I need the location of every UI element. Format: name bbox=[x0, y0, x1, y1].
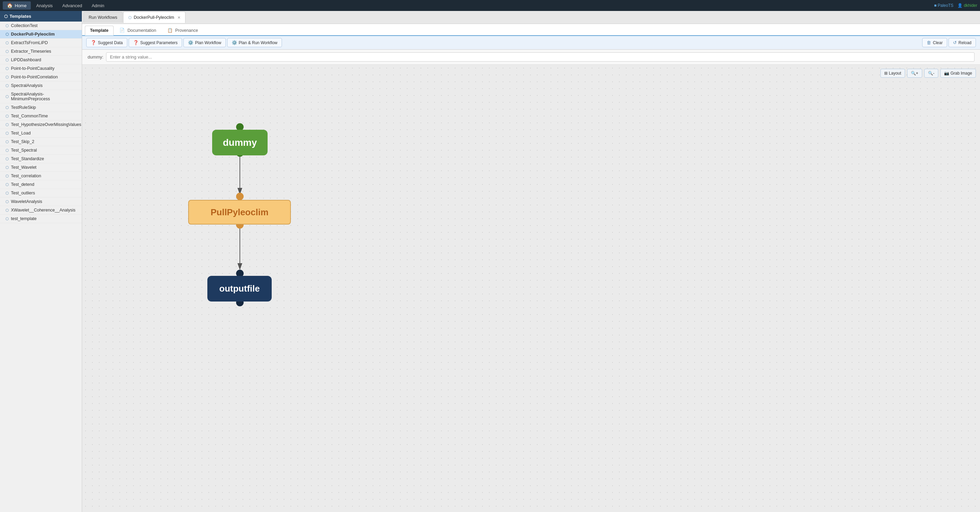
sidebar-item-label: Test_CommonTime bbox=[11, 114, 48, 118]
user-label: 👤 dkhider bbox=[958, 3, 977, 8]
suggest-params-button[interactable]: ❓ Suggest Parameters bbox=[129, 38, 182, 47]
sidebar-item[interactable]: ⬡test_template bbox=[0, 215, 82, 223]
zoom-out-button[interactable]: 🔍- bbox=[924, 69, 938, 78]
template-icon: ⬡ bbox=[5, 165, 9, 170]
sidebar-item[interactable]: ⬡SpectralAnalysis-MinimumPreprocess bbox=[0, 90, 82, 103]
tab-docker-pull[interactable]: ⬡ DockerPull-Pyleoclim × bbox=[123, 12, 185, 23]
dummy-input[interactable] bbox=[106, 52, 975, 62]
template-icon: ⬡ bbox=[5, 148, 9, 153]
right-actions: 🗑 Clear ↺ Reload bbox=[922, 38, 976, 47]
template-icon: ⬡ bbox=[5, 208, 9, 213]
template-icon: ⬡ bbox=[5, 32, 9, 37]
sidebar-item[interactable]: ⬡Test_outliers bbox=[0, 189, 82, 197]
workflow-canvas[interactable]: ⊞ Layout 🔍+ 🔍- 📷 Grab Image bbox=[82, 65, 980, 512]
node-dummy-label: dummy bbox=[223, 137, 257, 148]
template-icon: ⬡ bbox=[5, 140, 9, 144]
sidebar-item[interactable]: ⬡SpectralAnalysis bbox=[0, 81, 82, 90]
nav-analysis[interactable]: Analysis bbox=[32, 2, 57, 10]
sidebar-item[interactable]: ⬡WaveletAnalysis bbox=[0, 197, 82, 206]
sidebar-item[interactable]: ⬡CollectionTest bbox=[0, 22, 82, 30]
suggest-data-icon: ❓ bbox=[91, 40, 96, 45]
nav-right: ■ PaleoTS 👤 dkhider bbox=[934, 3, 977, 8]
sidebar-item-label: Extractor_Timeseries bbox=[11, 49, 51, 54]
suggest-params-label: Suggest Parameters bbox=[140, 40, 178, 45]
sidebar-item-label: LiPDDashboard bbox=[11, 57, 41, 62]
sidebar-item[interactable]: ⬡Test_Wavelet bbox=[0, 163, 82, 172]
nav-advanced[interactable]: Advanced bbox=[58, 2, 86, 10]
plan-run-label: Plan & Run Workflow bbox=[239, 40, 277, 45]
tab-docker-label: DockerPull-Pyleoclim bbox=[134, 15, 174, 20]
sidebar-item[interactable]: ⬡Test_correlation bbox=[0, 172, 82, 180]
sidebar-item-label: Test_correlation bbox=[11, 173, 41, 178]
nav-analysis-label: Analysis bbox=[36, 3, 53, 8]
content-area: Run Workflows ⬡ DockerPull-Pyleoclim × T… bbox=[82, 11, 980, 512]
node-pull[interactable]: PullPyleoclim bbox=[188, 200, 291, 224]
sidebar-item[interactable]: ⬡DockerPull-Pyleoclim bbox=[0, 30, 82, 39]
clear-button[interactable]: 🗑 Clear bbox=[922, 38, 947, 47]
sub-tab-documentation[interactable]: 📄 Documentation bbox=[114, 25, 162, 35]
tab-docker-icon: ⬡ bbox=[128, 15, 132, 20]
sidebar-list: ⬡CollectionTest⬡DockerPull-Pyleoclim⬡Ext… bbox=[0, 22, 82, 512]
node-pull-label: PullPyleoclim bbox=[210, 207, 268, 218]
sidebar-item[interactable]: ⬡ExtractTsFromLiPD bbox=[0, 39, 82, 47]
grab-image-button[interactable]: 📷 Grab Image bbox=[940, 69, 976, 78]
tab-bar: Run Workflows ⬡ DockerPull-Pyleoclim × bbox=[82, 11, 980, 24]
sidebar-item[interactable]: ⬡Point-to-PointCorrelation bbox=[0, 73, 82, 81]
zoom-out-icon: 🔍- bbox=[928, 71, 934, 76]
nav-home[interactable]: 🏠 Home bbox=[3, 2, 31, 10]
sidebar-item-label: ExtractTsFromLiPD bbox=[11, 40, 48, 45]
sidebar-item[interactable]: ⬡Extractor_Timeseries bbox=[0, 47, 82, 56]
template-icon: ⬡ bbox=[5, 157, 9, 161]
sidebar-header: ⬡ Templates bbox=[0, 11, 82, 22]
sidebar-item[interactable]: ⬡Test_Load bbox=[0, 129, 82, 138]
suggest-data-label: Suggest Data bbox=[98, 40, 123, 45]
template-icon: ⬡ bbox=[5, 114, 9, 118]
sidebar-item-label: Test_Skip_2 bbox=[11, 139, 34, 144]
sub-tab-template[interactable]: Template bbox=[85, 25, 114, 36]
nav-admin[interactable]: Admin bbox=[88, 2, 108, 10]
sidebar-item[interactable]: ⬡Test_CommonTime bbox=[0, 112, 82, 121]
sidebar-item[interactable]: ⬡Point-to-PointCausality bbox=[0, 64, 82, 73]
nav-admin-label: Admin bbox=[92, 3, 104, 8]
sidebar-item[interactable]: ⬡XWavelet__Coherence__Analysis bbox=[0, 206, 82, 215]
canvas-toolbar: ⊞ Layout 🔍+ 🔍- 📷 Grab Image bbox=[880, 69, 976, 78]
sidebar-header-label: Templates bbox=[10, 14, 31, 19]
sidebar-item-label: DockerPull-Pyleoclim bbox=[11, 32, 55, 37]
tab-run-workflows[interactable]: Run Workflows bbox=[83, 12, 123, 22]
template-icon: ⬡ bbox=[5, 217, 9, 221]
sidebar-item[interactable]: ⬡Test_Standardize bbox=[0, 155, 82, 163]
suggest-data-button[interactable]: ❓ Suggest Data bbox=[86, 38, 127, 47]
top-nav: 🏠 Home Analysis Advanced Admin ■ PaleoTS… bbox=[0, 0, 980, 11]
params-bar: dummy: bbox=[82, 49, 980, 65]
tab-close-button[interactable]: × bbox=[178, 15, 180, 20]
node-output[interactable]: outputfile bbox=[207, 276, 272, 302]
plan-workflow-label: Plan Workflow bbox=[195, 40, 221, 45]
reload-button[interactable]: ↺ Reload bbox=[948, 38, 976, 47]
main-layout: ⬡ Templates ⬡CollectionTest⬡DockerPull-P… bbox=[0, 11, 980, 512]
plan-run-button[interactable]: ⚙️ Plan & Run Workflow bbox=[227, 38, 282, 47]
template-icon: ⬡ bbox=[5, 58, 9, 62]
sidebar-item[interactable]: ⬡Test_Skip_2 bbox=[0, 138, 82, 146]
template-icon: ⬡ bbox=[5, 174, 9, 178]
sub-tab-bar: Template 📄 Documentation 📋 Provenance bbox=[82, 24, 980, 36]
template-icon: ⬡ bbox=[5, 191, 9, 196]
nav-home-label: Home bbox=[15, 3, 27, 8]
sidebar-item[interactable]: ⬡TestRuleSkip bbox=[0, 103, 82, 112]
sidebar-item[interactable]: ⬡Test_detend bbox=[0, 180, 82, 189]
sidebar: ⬡ Templates ⬡CollectionTest⬡DockerPull-P… bbox=[0, 11, 82, 512]
zoom-in-button[interactable]: 🔍+ bbox=[907, 69, 922, 78]
sub-tab-provenance[interactable]: 📋 Provenance bbox=[162, 25, 203, 35]
sub-tab-template-label: Template bbox=[90, 28, 108, 33]
plan-workflow-button[interactable]: ⚙️ Plan Workflow bbox=[183, 38, 226, 47]
connector-pull-top bbox=[236, 193, 243, 200]
sidebar-item[interactable]: ⬡Test_Spectral bbox=[0, 146, 82, 155]
template-icon: ⬡ bbox=[5, 131, 9, 135]
layout-label: Layout bbox=[889, 71, 901, 76]
dummy-label: dummy: bbox=[88, 54, 103, 60]
sidebar-item[interactable]: ⬡Test_HypothesizeOverMissingValues bbox=[0, 121, 82, 129]
node-dummy[interactable]: dummy bbox=[212, 130, 267, 155]
sidebar-item-label: TestRuleSkip bbox=[11, 105, 36, 110]
template-icon: ⬡ bbox=[5, 41, 9, 45]
sidebar-item[interactable]: ⬡LiPDDashboard bbox=[0, 56, 82, 64]
layout-button[interactable]: ⊞ Layout bbox=[880, 69, 905, 78]
